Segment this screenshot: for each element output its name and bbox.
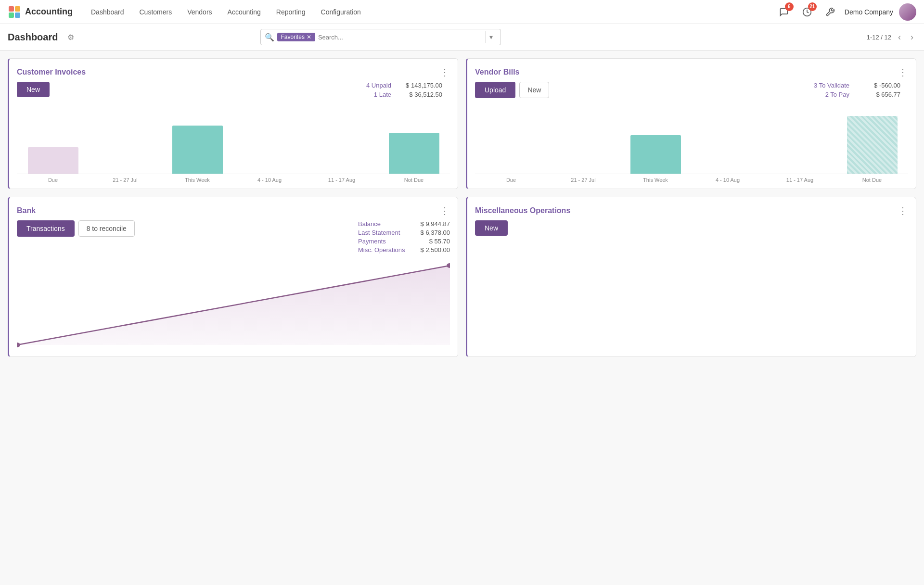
nav-accounting[interactable]: Accounting [221, 5, 268, 19]
bank-laststatement-value: $ 6,378.00 [421, 229, 450, 236]
search-bar: 🔍 Favorites ✕ ▾ [260, 29, 501, 45]
nav-configuration[interactable]: Configuration [314, 5, 368, 19]
vbar-label-due: Due [475, 177, 547, 183]
search-dropdown-arrow[interactable]: ▾ [485, 31, 497, 43]
bar-label-notdue: Not Due [378, 177, 450, 183]
vendor-bills-header: Vendor Bills ⋮ [467, 59, 916, 82]
bar-label-jul: 21 - 27 Jul [89, 177, 161, 183]
bank-misc-value: $ 2,500.00 [421, 246, 450, 254]
nav-reporting[interactable]: Reporting [270, 5, 312, 19]
svg-rect-1 [15, 6, 20, 12]
vendor-bills-stats: 3 To Validate $ -560.00 2 To Pay $ 656.7… [806, 82, 908, 106]
messages-badge: 6 [785, 2, 794, 11]
vbar-label-aug4: 4 - 10 Aug [692, 177, 764, 183]
bank-misc-label[interactable]: Misc. Operations [358, 246, 405, 254]
svg-point-6 [17, 343, 20, 347]
bank-header: Bank ⋮ [9, 197, 458, 220]
customer-invoices-header: Customer Invoices ⋮ [9, 59, 458, 82]
transactions-button[interactable]: Transactions [17, 220, 75, 237]
nav-vendors[interactable]: Vendors [180, 5, 218, 19]
vbar-label-aug11: 11 - 17 Aug [764, 177, 836, 183]
bar-label-thisweek: This Week [161, 177, 233, 183]
stat-label-late[interactable]: 1 Late [374, 91, 391, 98]
customer-invoices-menu[interactable]: ⋮ [440, 66, 450, 78]
bank-laststatement-label[interactable]: Last Statement [358, 229, 400, 236]
nav-items: Dashboard Customers Vendors Accounting R… [84, 5, 775, 19]
bar-label-aug11: 11 - 17 Aug [306, 177, 378, 183]
misc-header: Miscellaneous Operations ⋮ [467, 197, 916, 220]
vbar-label-jul: 21 - 27 Jul [547, 177, 619, 183]
bank-chart-svg [17, 261, 450, 347]
page-title: Dashboard [8, 32, 58, 43]
customer-invoices-title: Customer Invoices [17, 68, 86, 76]
brand[interactable]: Accounting [8, 5, 73, 19]
navbar-right: 6 21 Demo Company [775, 3, 916, 21]
prev-page-button[interactable]: ‹ [895, 31, 904, 43]
filter-remove-icon[interactable]: ✕ [307, 34, 311, 40]
customer-invoices-new-button[interactable]: New [17, 82, 50, 97]
vendor-bills-card: Vendor Bills ⋮ Upload New 3 To Validate … [466, 58, 916, 189]
pagination-info: 1-12 / 12 [867, 34, 891, 41]
bank-balance-label[interactable]: Balance [358, 220, 381, 228]
pagination: 1-12 / 12 ‹ › [867, 31, 916, 43]
vbar-label-notdue: Not Due [836, 177, 908, 183]
stat-label-unpaid[interactable]: 4 Unpaid [366, 82, 391, 89]
customer-invoices-stats: 4 Unpaid $ 143,175.00 1 Late $ 36,512.50 [359, 82, 450, 106]
misc-new-button[interactable]: New [475, 220, 508, 236]
vbar-label-thisweek: This Week [619, 177, 692, 183]
next-page-button[interactable]: › [908, 31, 916, 43]
wrench-icon [825, 7, 835, 17]
wrench-button[interactable] [821, 3, 839, 21]
stat-label-topay[interactable]: 2 To Pay [825, 91, 849, 98]
misc-operations-card: Miscellaneous Operations ⋮ New [466, 197, 916, 357]
bank-payments-value: $ 55.70 [429, 238, 450, 245]
reconcile-button[interactable]: 8 to reconcile [78, 220, 135, 237]
svg-rect-0 [9, 6, 14, 12]
bank-payments-label[interactable]: Payments [358, 238, 386, 245]
bank-line-chart [9, 261, 458, 356]
bank-balance-value: $ 9,944.87 [421, 220, 450, 228]
svg-rect-3 [15, 13, 20, 18]
main-content: Customer Invoices ⋮ New 4 Unpaid $ 143,1… [0, 51, 924, 365]
nav-dashboard[interactable]: Dashboard [84, 5, 131, 19]
navbar: Accounting Dashboard Customers Vendors A… [0, 0, 924, 24]
filter-label: Favorites [281, 34, 305, 40]
bank-card: Bank ⋮ Transactions 8 to reconcile Balan… [8, 197, 458, 357]
vendor-bills-chart: Due 21 - 27 Jul This Week 4 - 10 Aug 11 … [467, 112, 916, 189]
vendor-new-button[interactable]: New [519, 82, 549, 98]
bar-label-due: Due [17, 177, 89, 183]
toolbar: Dashboard ⚙ 🔍 Favorites ✕ ▾ 1-12 / 12 ‹ … [0, 24, 924, 51]
brand-name: Accounting [25, 7, 73, 17]
stat-value-unpaid: $ 143,175.00 [399, 82, 442, 89]
stat-value-late: $ 36,512.50 [399, 91, 442, 98]
favorites-filter[interactable]: Favorites ✕ [277, 33, 315, 41]
messages-button[interactable]: 6 [775, 3, 793, 21]
stat-label-tovalidate[interactable]: 3 To Validate [814, 82, 849, 89]
company-name[interactable]: Demo Company [845, 8, 893, 16]
customer-invoices-card: Customer Invoices ⋮ New 4 Unpaid $ 143,1… [8, 58, 458, 189]
bank-menu[interactable]: ⋮ [440, 205, 450, 216]
activity-badge: 21 [808, 2, 817, 11]
nav-customers[interactable]: Customers [133, 5, 179, 19]
vendor-upload-button[interactable]: Upload [475, 82, 515, 98]
search-input[interactable] [318, 34, 480, 41]
search-icon: 🔍 [265, 33, 274, 42]
activity-button[interactable]: 21 [798, 3, 816, 21]
brand-icon [8, 5, 21, 19]
stat-value-tovalidate: $ -560.00 [857, 82, 900, 89]
stat-value-topay: $ 656.77 [857, 91, 900, 98]
vendor-bills-menu[interactable]: ⋮ [898, 66, 908, 78]
avatar[interactable] [899, 3, 916, 21]
avatar-image [899, 3, 916, 21]
bank-title: Bank [17, 206, 36, 215]
customer-invoices-chart: Due 21 - 27 Jul This Week 4 - 10 Aug 11 … [9, 112, 458, 189]
svg-rect-2 [9, 13, 14, 18]
bar-label-aug4: 4 - 10 Aug [233, 177, 306, 183]
misc-title: Miscellaneous Operations [475, 206, 570, 215]
settings-icon[interactable]: ⚙ [67, 33, 74, 42]
misc-menu[interactable]: ⋮ [898, 205, 908, 216]
vendor-bills-title: Vendor Bills [475, 68, 519, 76]
